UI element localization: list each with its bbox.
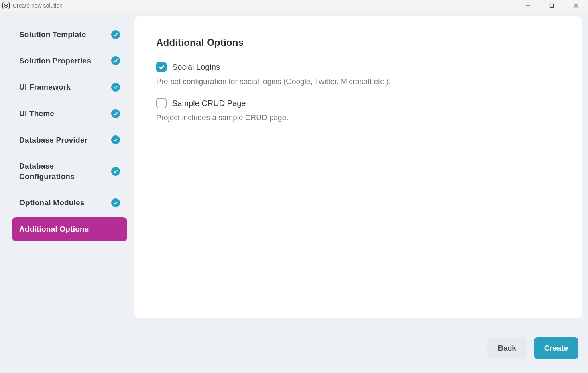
app-icon	[2, 2, 10, 9]
check-icon	[111, 56, 120, 65]
svg-point-1	[5, 5, 7, 6]
step-label: Solution Template	[19, 29, 86, 40]
check-icon	[111, 109, 120, 118]
step-label: UI Framework	[19, 82, 71, 92]
wizard-steps-sidebar: Solution Template Solution Properties UI…	[0, 11, 134, 323]
step-label: Solution Properties	[19, 56, 91, 66]
window-controls	[516, 0, 588, 11]
option-description: Pre-set configuration for social logins …	[156, 77, 561, 86]
check-icon	[111, 198, 120, 207]
step-solution-properties[interactable]: Solution Properties	[12, 49, 127, 73]
step-label: Database Configurations	[19, 161, 98, 181]
check-icon	[111, 83, 120, 92]
svg-rect-3	[550, 4, 554, 7]
main-panel: Additional Options Social Logins Pre-set…	[134, 16, 582, 318]
option-social-logins: Social Logins Pre-set configuration for …	[156, 62, 561, 86]
check-icon	[111, 167, 120, 176]
close-button[interactable]	[564, 0, 588, 11]
option-description: Project includes a sample CRUD page.	[156, 113, 561, 122]
step-label: Optional Modules	[19, 198, 85, 208]
page-title: Additional Options	[156, 37, 561, 48]
minimize-button[interactable]	[516, 0, 540, 11]
step-additional-options[interactable]: Additional Options	[12, 217, 127, 241]
checkbox-sample-crud-page[interactable]	[156, 98, 167, 108]
window-title: Create new solution	[13, 2, 63, 9]
checkbox-social-logins[interactable]	[156, 62, 167, 72]
check-icon	[111, 135, 120, 144]
maximize-button[interactable]	[540, 0, 564, 11]
create-button[interactable]: Create	[534, 337, 578, 359]
step-optional-modules[interactable]: Optional Modules	[12, 191, 127, 215]
titlebar: Create new solution	[0, 0, 588, 11]
step-label: Database Provider	[19, 135, 87, 145]
option-title: Social Logins	[172, 63, 220, 72]
step-solution-template[interactable]: Solution Template	[12, 22, 127, 47]
back-button[interactable]: Back	[487, 337, 526, 359]
step-label: Additional Options	[19, 224, 89, 234]
step-label: UI Theme	[19, 108, 54, 119]
option-sample-crud-page: Sample CRUD Page Project includes a samp…	[156, 98, 561, 122]
check-icon	[111, 30, 120, 39]
step-ui-theme[interactable]: UI Theme	[12, 102, 127, 126]
step-ui-framework[interactable]: UI Framework	[12, 75, 127, 99]
step-database-configurations[interactable]: Database Configurations	[12, 154, 127, 188]
option-title: Sample CRUD Page	[172, 99, 246, 108]
wizard-footer: Back Create	[0, 323, 588, 373]
step-database-provider[interactable]: Database Provider	[12, 128, 127, 152]
